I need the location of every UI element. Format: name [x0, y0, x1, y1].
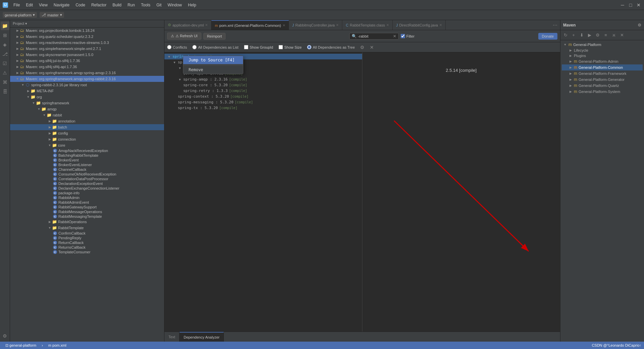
- refresh-ui-button[interactable]: ⚠ ⚠ Refresh UI: [167, 33, 201, 40]
- tree-item-reactive[interactable]: ▶ 🗂 Maven: org.reactivestreams:reactive-…: [10, 40, 164, 46]
- maven-lifecycle[interactable]: ▶ Lifecycle: [562, 48, 643, 53]
- dep-row-springcontext[interactable]: spring-context : 5.3.20 [compile]: [164, 94, 362, 99]
- dep-row-springretry[interactable]: spring-retry : 1.3.3 [compile]: [164, 88, 362, 94]
- alllist-option[interactable]: All Dependencies as List: [192, 45, 238, 49]
- alltree-option[interactable]: All Dependencies as Tree: [307, 45, 355, 49]
- maven-toggle-button[interactable]: ≡: [602, 32, 609, 39]
- tree-item-channelcallback[interactable]: C ChannelCallback: [10, 167, 164, 172]
- maven-system[interactable]: ▶ m General-Platform-System: [562, 89, 643, 95]
- tree-item-spring-rabbit[interactable]: ▼ 🗂 Maven: org.springframework.amqp:spri…: [10, 76, 164, 82]
- tree-item-rabbit-folder[interactable]: ▼ 📁 rabbit: [10, 112, 164, 118]
- menu-git[interactable]: Git: [154, 2, 164, 8]
- tree-item-templateconsumer[interactable]: C TemplateConsumer: [10, 250, 164, 254]
- maven-sync-button[interactable]: ↻: [562, 32, 569, 39]
- tab-applicationdevyml[interactable]: ⚙ application-dev.yml ✕: [164, 20, 211, 30]
- tree-item-rabbittemplate-folder[interactable]: ▼ 📁 RabbitTemplate: [10, 225, 164, 231]
- tree-item-rabbitadminevent[interactable]: C RabbitAdminEvent: [10, 200, 164, 205]
- tree-item-consumeok[interactable]: C ConsumeOkNotReceivedException: [10, 172, 164, 177]
- search-box[interactable]: 🔍 ✕: [349, 33, 399, 40]
- tab-pomxml[interactable]: m pom.xml (General-Platform-Common) ✕: [211, 20, 289, 30]
- maven-content[interactable]: ▼ m General-Platform ▶ Lifecycle ▶ Plugi…: [560, 40, 644, 342]
- minimize-button[interactable]: ─: [620, 2, 625, 8]
- search-input[interactable]: [358, 34, 392, 38]
- menu-navigate[interactable]: Navigate: [51, 2, 72, 8]
- jump-to-source-item[interactable]: Jump to Source [F4]: [183, 56, 243, 64]
- problems-tool-button[interactable]: ⚠: [1, 68, 9, 77]
- tree-item-lombok[interactable]: ▶ 🗂 Maven: org.projectlombok:lombok:1.18…: [10, 28, 164, 34]
- dep-row-springamqp[interactable]: ▼ spring-amqp : 2.3.16 [compile]: [164, 77, 362, 82]
- maximize-button[interactable]: □: [628, 2, 633, 8]
- database-tool-button[interactable]: 🗄: [1, 87, 9, 96]
- structure-tool-button[interactable]: ⊞: [1, 31, 9, 40]
- tree-item-rabbitmessageops[interactable]: C RabbitMessageOperations: [10, 209, 164, 214]
- remove-item[interactable]: Remove: [183, 66, 243, 74]
- tree-item-brokerevent[interactable]: C BrokerEvent: [10, 158, 164, 162]
- tab-rabbittemplate[interactable]: C RabbitTemplate.class ✕: [342, 20, 393, 30]
- project-tool-button[interactable]: 📁: [1, 21, 9, 30]
- tree-item-core-folder[interactable]: ▼ 📁 core: [10, 142, 164, 148]
- maven-settings-icon[interactable]: ⚙: [638, 23, 641, 28]
- tab-directrabbitconfig[interactable]: J DirectRabbitConfig.java ✕: [393, 20, 446, 30]
- tree-item-org[interactable]: ▼ 📁 org: [10, 94, 164, 100]
- close-button[interactable]: ✕: [636, 2, 641, 8]
- tree-item-brokereventlistener[interactable]: C BrokerEventListener: [10, 162, 164, 167]
- branch-selector[interactable]: ⎇ master ▾: [40, 12, 64, 18]
- tree-item-jar[interactable]: ▼ ⬡ spring-rabbit-2.3.16.jar library roo…: [10, 82, 164, 88]
- maven-debug-button[interactable]: ⚙: [594, 32, 601, 39]
- tab-close-button[interactable]: ✕: [386, 23, 389, 27]
- tree-item-simplexml[interactable]: ▶ 🗂 Maven: org.simpleframework:simple-xm…: [10, 46, 164, 52]
- tab-close-button[interactable]: ✕: [336, 23, 339, 27]
- tree-item-jul[interactable]: ▶ 🗂 Maven: org.slf4j:jul-to-slf4j:1.7.36: [10, 58, 164, 64]
- donate-button[interactable]: Donate: [538, 33, 557, 40]
- close-dep-icon[interactable]: ✕: [370, 45, 374, 50]
- search-tool-button[interactable]: ◈: [1, 40, 9, 49]
- maven-generator[interactable]: ▶ m General-Platform-Generator: [562, 77, 643, 83]
- maven-plugins[interactable]: ▶ Plugins: [562, 53, 643, 58]
- menu-run[interactable]: Run: [125, 2, 138, 8]
- tree-item-rabbitops[interactable]: ▶ 📁 RabbitOperations: [10, 219, 164, 225]
- maven-common[interactable]: ▶ m General-Platform-Common: [562, 64, 643, 70]
- menu-bar[interactable]: File Edit View Navigate Code Refactor Bu…: [11, 2, 199, 8]
- showgroupid-option[interactable]: Show GroupId: [244, 45, 273, 49]
- dep-tree[interactable]: Jump to Source [F4] Remove ▼ spring-bo […: [164, 52, 362, 332]
- tab-close-button[interactable]: ✕: [283, 23, 285, 27]
- menu-view[interactable]: View: [36, 2, 50, 8]
- sidebar-content[interactable]: ▶ 🗂 Maven: org.projectlombok:lombok:1.18…: [10, 28, 164, 342]
- tree-item-pendingreply[interactable]: C PendingReply: [10, 236, 164, 240]
- showsize-option[interactable]: Show Size: [279, 45, 302, 49]
- filter-checkbox[interactable]: [401, 34, 405, 38]
- tree-item-returnscallback[interactable]: C ReturnsCallback: [10, 245, 164, 250]
- tab-text[interactable]: Text: [164, 332, 180, 342]
- menu-file[interactable]: File: [11, 2, 22, 8]
- clear-search-icon[interactable]: ✕: [393, 34, 396, 39]
- menu-window[interactable]: Window: [165, 2, 185, 8]
- maven-quartz[interactable]: ▶ m General-Platform-Quartz: [562, 83, 643, 89]
- menu-refactor[interactable]: Refactor: [89, 2, 109, 8]
- maven-skip-button[interactable]: ⤩: [610, 32, 617, 39]
- maven-download-button[interactable]: ⬇: [578, 32, 585, 39]
- tree-item-amqp[interactable]: ▼ 📁 amqp: [10, 106, 164, 112]
- menu-help[interactable]: Help: [185, 2, 199, 8]
- settings-tool-button[interactable]: ⚙: [1, 332, 9, 340]
- menu-build[interactable]: Build: [110, 2, 124, 8]
- maven-add-button[interactable]: +: [570, 32, 577, 39]
- maven-run-button[interactable]: ▶: [586, 32, 593, 39]
- tree-item-rabbitadmin[interactable]: C RabbitAdmin: [10, 195, 164, 200]
- tree-item-packageinfo[interactable]: C package-info: [10, 191, 164, 195]
- dep-row-springcore[interactable]: spring-core : 5.3.20 [compile]: [164, 82, 362, 88]
- maven-admin[interactable]: ▶ m General-Platform-Admin: [562, 58, 643, 64]
- dep-row-springmessaging[interactable]: spring-messaging : 5.3.20 [compile]: [164, 99, 362, 105]
- menu-tools[interactable]: Tools: [138, 2, 153, 8]
- more-tabs-icon[interactable]: ⋯: [553, 22, 557, 28]
- tree-item-declare[interactable]: C DeclareExchangeConnectionListener: [10, 186, 164, 191]
- tree-item-config[interactable]: ▶ 📁 config: [10, 130, 164, 136]
- tree-item-correlationdata[interactable]: C CorrelationDataPostProcessor: [10, 177, 164, 181]
- project-selector[interactable]: general-platform ▾: [3, 12, 37, 18]
- tree-item-rabbitmessagingtpl[interactable]: C RabbitMessagingTemplate: [10, 214, 164, 219]
- maven-project-root[interactable]: ▼ m General-Platform: [562, 42, 643, 48]
- tree-item-jsonassert[interactable]: ▶ 🗂 Maven: org.skyscreamer:jsonassert:1.…: [10, 52, 164, 58]
- maven-close-button[interactable]: ✕: [618, 32, 626, 39]
- tab-rabbitmqcontroller[interactable]: J RabbitmqController.java ✕: [289, 20, 343, 30]
- tree-item-batch[interactable]: ▶ 📁 batch: [10, 124, 164, 130]
- terminal-tool-button[interactable]: ⌘: [1, 78, 9, 87]
